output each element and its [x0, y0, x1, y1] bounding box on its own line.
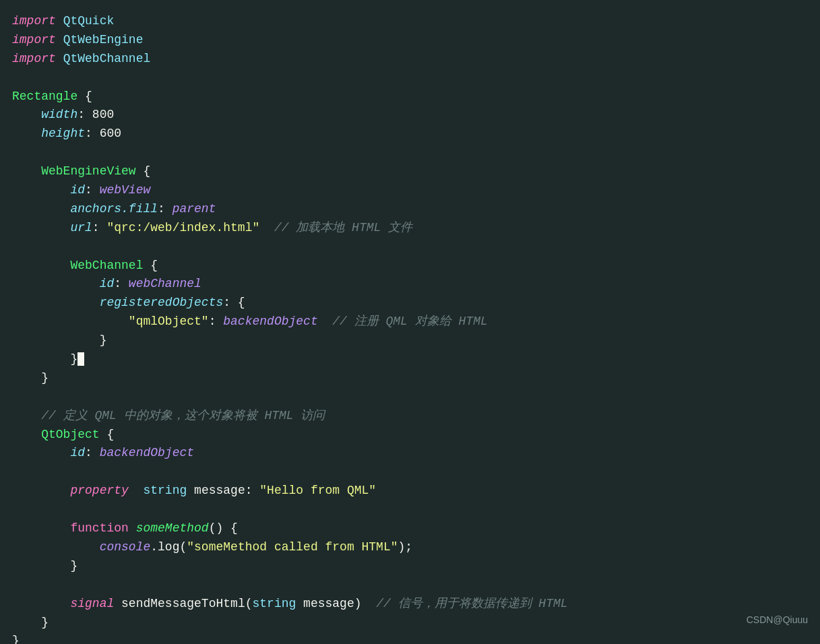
code-line-5: Rectangle {	[12, 88, 808, 106]
colon1: :	[77, 108, 92, 121]
signal-param-name: message)	[296, 597, 376, 610]
val-parent: parent	[172, 202, 216, 216]
code-editor: import QtQuick import QtWebEngine import…	[0, 0, 820, 644]
code-line-20: }	[12, 369, 808, 388]
code-line-21	[12, 388, 808, 407]
brace-close4: }	[41, 616, 49, 629]
colon8: :	[209, 315, 224, 328]
comment-2: // 注册 QML 对象给 HTML	[332, 315, 487, 328]
type-webchannel: WebChannel	[70, 259, 143, 272]
comment-4: // 信号，用于将数据传递到 HTML	[376, 597, 567, 610]
space2	[114, 597, 121, 610]
prop-url: url	[70, 221, 92, 234]
code-line-22: // 定义 QML 中的对象，这个对象将被 HTML 访问	[12, 407, 808, 426]
val-qmlobj-key: "qmlObject"	[129, 315, 209, 328]
prop-id1: id	[70, 183, 85, 197]
prop-message-name: message:	[187, 484, 259, 497]
colon3: :	[85, 183, 100, 197]
code-line-19: }	[12, 350, 808, 369]
brace-open1: {	[85, 90, 92, 103]
brace-close-cursor: }	[70, 352, 77, 366]
code-line-9: WebEngineView {	[12, 162, 808, 181]
comment-1: // 加载本地 HTML 文件	[274, 221, 412, 234]
code-line-7: height: 600	[12, 125, 808, 143]
comment-3: // 定义 QML 中的对象，这个对象将被 HTML 访问	[41, 409, 325, 422]
semi1: );	[398, 540, 413, 554]
text-cursor	[77, 352, 84, 366]
code-line-28: function someMethod() {	[12, 519, 808, 538]
code-line-1: import QtQuick	[12, 12, 808, 31]
brace-close3: }	[70, 559, 77, 573]
code-line-18: }	[12, 331, 808, 350]
code-line-10: id: webView	[12, 181, 808, 200]
brace-close2: }	[41, 371, 49, 385]
colon4: :	[158, 202, 172, 216]
val-height: 600	[100, 127, 121, 140]
keyword-import2: import	[12, 33, 56, 46]
code-line-26: property string message: "Hello from QML…	[12, 482, 808, 501]
type-qtobject: QtObject	[41, 428, 99, 441]
val-backendobj1: backendObject	[223, 315, 317, 328]
func-somemethod: someMethod	[136, 521, 209, 535]
brace-close1: }	[100, 333, 107, 347]
signal-name: sendMessageToHtml	[121, 597, 245, 610]
prop-id3: id	[70, 446, 85, 459]
module-qtquick: QtQuick	[63, 14, 115, 28]
brace-open2: {	[143, 164, 150, 178]
module-qtwebchannel: QtWebChannel	[63, 52, 151, 65]
val-width: 800	[92, 108, 114, 121]
dot-log: .log(	[150, 540, 187, 554]
prop-anchors: anchors.fill	[70, 202, 158, 216]
code-line-15: id: webChannel	[12, 275, 808, 294]
code-line-14: WebChannel {	[12, 257, 808, 276]
signal-params: (	[245, 597, 253, 610]
space1	[129, 521, 136, 535]
code-line-31	[12, 576, 808, 595]
keyword-import3: import	[12, 52, 56, 65]
brace-close5: }	[12, 634, 20, 644]
code-line-2: import QtWebEngine	[12, 31, 808, 50]
console-obj: console	[100, 540, 151, 554]
prop-height: height	[41, 127, 85, 140]
code-line-8	[12, 143, 808, 162]
keyword-import: import	[12, 14, 56, 28]
code-line-33: }	[12, 614, 808, 633]
prop-id2: id	[100, 277, 115, 290]
code-line-29: console.log("someMethod called from HTML…	[12, 538, 808, 557]
colon7: : {	[223, 296, 245, 309]
code-line-25	[12, 463, 808, 482]
code-line-24: id: backendObject	[12, 444, 808, 463]
val-webview: webView	[100, 183, 151, 197]
code-line-23: QtObject {	[12, 426, 808, 445]
colon5: :	[92, 221, 107, 234]
code-line-17: "qmlObject": backendObject // 注册 QML 对象给…	[12, 313, 808, 331]
code-line-16: registeredObjects: {	[12, 294, 808, 313]
kw-function: function	[70, 521, 128, 535]
val-backendobj2: backendObject	[100, 446, 194, 459]
val-message: "Hello from QML"	[259, 484, 376, 497]
type-string: string	[136, 484, 187, 497]
code-line-11: anchors.fill: parent	[12, 200, 808, 219]
brace-open4: {	[106, 428, 114, 441]
code-line-6: width: 800	[12, 106, 808, 125]
val-webchannel: webChannel	[129, 277, 201, 290]
val-log-str: "someMethod called from HTML"	[187, 540, 398, 554]
prop-width: width	[41, 108, 77, 121]
kw-property: property	[70, 484, 128, 497]
code-line-32: signal sendMessageToHtml(string message)…	[12, 595, 808, 614]
prop-regobj: registeredObjects	[100, 296, 224, 309]
code-line-34: }	[12, 632, 808, 644]
colon2: :	[85, 127, 100, 140]
func-parens: () {	[209, 521, 238, 535]
code-line-27	[12, 501, 808, 519]
kw-signal: signal	[70, 597, 114, 610]
type-webengineview: WebEngineView	[41, 164, 135, 178]
val-url: "qrc:/web/index.html"	[106, 221, 259, 234]
code-line-4	[12, 69, 808, 88]
watermark: CSDN@Qiuuu	[747, 613, 808, 628]
code-line-3: import QtWebChannel	[12, 50, 808, 69]
type-string2: string	[253, 597, 296, 610]
code-line-13	[12, 238, 808, 257]
code-line-12: url: "qrc:/web/index.html" // 加载本地 HTML …	[12, 219, 808, 238]
type-rectangle: Rectangle	[12, 90, 77, 103]
